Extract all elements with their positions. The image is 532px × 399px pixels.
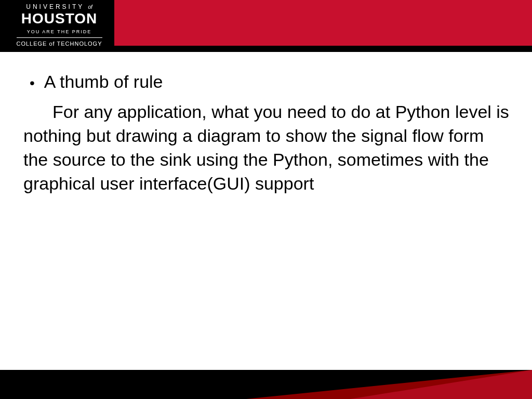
logo-word-of: of <box>88 4 92 10</box>
slide-footer <box>0 370 532 399</box>
slide-header: UNIVERSITY of HOUSTON YOU ARE THE PRIDE … <box>0 0 532 52</box>
footer-red-accent <box>246 370 532 399</box>
logo-tagline: YOU ARE THE PRIDE <box>17 29 102 38</box>
bullet-marker: • <box>30 74 35 92</box>
slide-content: • A thumb of rule For any application, w… <box>0 52 532 196</box>
header-red-bar <box>114 0 532 46</box>
university-logo: UNIVERSITY of HOUSTON YOU ARE THE PRIDE … <box>7 3 111 47</box>
bullet-item: • A thumb of rule <box>23 70 511 93</box>
logo-word-university: UNIVERSITY <box>26 3 84 10</box>
logo-college-text: COLLEGE of TECHNOLOGY <box>7 41 111 47</box>
logo-houston-text: HOUSTON <box>7 11 111 26</box>
logo-university-text: UNIVERSITY of <box>7 3 111 10</box>
bullet-text: A thumb of rule <box>44 70 163 93</box>
body-text-content: For any application, what you need to do… <box>23 102 509 193</box>
body-paragraph: For any application, what you need to do… <box>23 100 511 196</box>
